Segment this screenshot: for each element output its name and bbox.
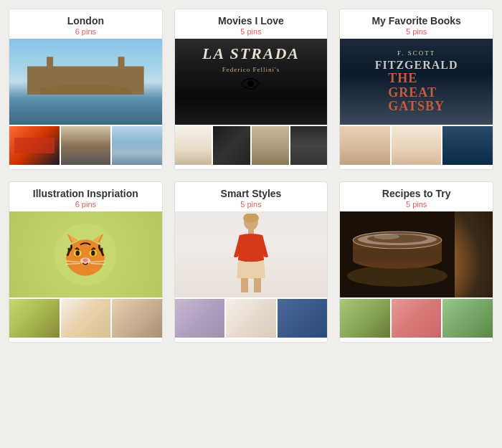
la-strada-title: LA STRADA [175, 44, 328, 63]
board-books-pins: 5 pins [343, 27, 490, 36]
london-thumb-1 [9, 126, 60, 165]
illustration-thumb-row [9, 297, 162, 338]
board-recipes-title: Recipes to Try [343, 188, 490, 199]
board-illustration-header: Illustration Inspriation 6 pins [9, 182, 162, 211]
board-recipes-footer [340, 338, 493, 342]
movies-main-image: Federico Fellini's LA STRADA 👁 [175, 39, 328, 125]
board-styles-header: Smart Styles 5 pins [175, 182, 328, 211]
svg-rect-20 [254, 278, 261, 292]
gatsby-cover: F. SCOTT FITZGERALD THE GREAT GATSBY [340, 39, 493, 125]
styles-thumb-3 [278, 299, 328, 338]
person-svg [229, 214, 273, 296]
la-strada-eye: 👁 [175, 73, 328, 97]
board-recipes-header: Recipes to Try 5 pins [340, 182, 493, 211]
tiger-svg [53, 222, 118, 287]
books-main-image: F. SCOTT FITZGERALD THE GREAT GATSBY [340, 39, 493, 125]
recipes-thumb-2 [392, 299, 442, 338]
gatsby-the: THE [388, 72, 445, 86]
styles-person [175, 211, 328, 297]
board-recipes[interactable]: Recipes to Try 5 pins [339, 181, 493, 343]
svg-rect-30 [353, 249, 442, 262]
illustration-main-image [9, 211, 162, 297]
board-styles-footer [175, 338, 328, 342]
movies-thumb-1 [175, 126, 212, 165]
gatsby-author: F. SCOTT [397, 49, 435, 57]
styles-thumb-2 [226, 299, 276, 338]
illustration-thumb-2 [61, 299, 111, 338]
board-books[interactable]: My Favorite Books 5 pins F. SCOTT FITZGE… [339, 9, 493, 170]
movies-la-strada: Federico Fellini's LA STRADA 👁 [175, 39, 328, 125]
svg-point-11 [83, 258, 88, 262]
styles-thumb-row [175, 297, 328, 338]
board-styles[interactable]: Smart Styles 5 pins [174, 181, 328, 343]
recipes-thumb-1 [340, 299, 390, 338]
london-bridge-graphic [9, 39, 162, 125]
styles-main-image [175, 211, 328, 297]
movies-thumb-3 [252, 126, 289, 165]
board-books-title: My Favorite Books [343, 15, 490, 27]
board-movies[interactable]: Movies I Love 5 pins Federico Fellini's … [174, 9, 328, 170]
board-london-title: London [12, 15, 159, 27]
board-illustration-images [9, 211, 162, 338]
svg-point-8 [76, 251, 80, 256]
cake-svg [340, 211, 455, 297]
svg-point-29 [374, 234, 399, 239]
board-london-images [9, 39, 162, 165]
styles-thumb-1 [175, 299, 225, 338]
board-illustration-footer [9, 338, 162, 342]
board-london-header: London 6 pins [9, 9, 162, 39]
board-movies-footer [175, 165, 328, 169]
board-movies-images: Federico Fellini's LA STRADA 👁 [175, 39, 328, 165]
board-movies-title: Movies I Love [178, 15, 325, 27]
books-thumb-1 [340, 126, 390, 165]
svg-rect-19 [241, 278, 248, 292]
movies-thumb-row [175, 125, 328, 165]
board-london-footer [9, 165, 162, 169]
board-books-header: My Favorite Books 5 pins [340, 9, 493, 39]
board-recipes-pins: 5 pins [343, 200, 490, 209]
board-books-footer [340, 165, 493, 169]
illustration-thumb-3 [112, 299, 162, 338]
la-strada-director: Federico Fellini's [175, 66, 328, 73]
recipes-main-image [340, 211, 493, 297]
gatsby-great: GREAT [388, 86, 445, 100]
london-thumb-row [9, 125, 162, 165]
board-books-images: F. SCOTT FITZGERALD THE GREAT GATSBY [340, 39, 493, 165]
svg-point-9 [91, 251, 95, 256]
london-thumb-3 [112, 126, 162, 165]
london-main-image [9, 39, 162, 125]
movies-thumb-4 [290, 126, 328, 165]
board-illustration-pins: 6 pins [12, 200, 159, 209]
tiger-graphic [9, 211, 162, 297]
illustration-thumb-1 [9, 299, 60, 338]
recipes-cake [340, 211, 493, 297]
board-illustration[interactable]: Illustration Inspriation 6 pins [9, 181, 163, 343]
board-movies-header: Movies I Love 5 pins [175, 9, 328, 39]
recipes-thumb-row [340, 297, 493, 338]
gatsby-gatsby: GATSBY [388, 100, 445, 114]
books-thumb-3 [442, 126, 493, 165]
boards-grid: London 6 pins Movies I Love 5 pins Feder… [9, 9, 493, 343]
board-styles-images [175, 211, 328, 338]
movies-thumb-2 [213, 126, 250, 165]
board-recipes-images [340, 211, 493, 338]
board-styles-pins: 5 pins [178, 200, 325, 209]
gatsby-title-main: THE GREAT GATSBY [388, 72, 445, 114]
books-thumb-row [340, 125, 493, 165]
board-london[interactable]: London 6 pins [9, 9, 163, 170]
recipes-thumb-3 [442, 299, 493, 338]
gatsby-title-fitzgerald: FITZGERALD [375, 59, 458, 72]
board-styles-title: Smart Styles [178, 188, 325, 199]
board-illustration-title: Illustration Inspriation [12, 188, 159, 199]
board-london-pins: 6 pins [12, 27, 159, 36]
london-thumb-2 [61, 126, 111, 165]
books-thumb-2 [392, 126, 442, 165]
board-movies-pins: 5 pins [178, 27, 325, 36]
